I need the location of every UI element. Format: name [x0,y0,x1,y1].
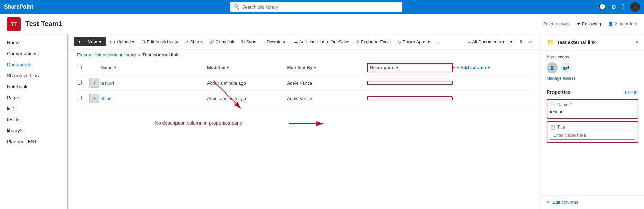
chevron-down-icon: ▾ [428,39,430,44]
table-row: 🔗 tttt.url About a minute ago Adele Vanc… [77,91,533,106]
name-field: 📄 Name * test.url [547,99,638,119]
sidebar-item-home[interactable]: Home [0,37,68,48]
title-field: 📋 Title [547,121,638,143]
private-group-label: Private group [543,21,570,26]
site-avatar: TT [7,17,21,31]
sidebar: Home Conversations Documents Shared with… [0,34,69,209]
breadcrumb-parent[interactable]: External link document library [77,52,136,57]
filter-icon: ▼ [509,39,513,44]
sidebar-item-pages[interactable]: Pages [0,92,68,103]
file-name-link[interactable]: tttt.url [100,96,112,101]
modified-cell: About a minute ago [207,80,287,86]
members-info: 👤 2 members [608,21,637,26]
new-button[interactable]: + + New ▾ [74,37,106,46]
upload-icon: ↑ [110,39,112,44]
modified-cell: About a minute ago [207,96,287,101]
sort-icon: ▾ [314,65,316,70]
file-type-icon: 🔗 [89,94,100,103]
chevron-down-icon: ▾ [99,39,101,44]
edit-all-button[interactable]: Edit all [625,90,638,95]
col-modby-header[interactable]: Modified By ▾ [287,65,367,70]
chevron-down-icon: ▾ [132,39,135,44]
sync-button[interactable]: ↻ Sync [238,37,259,46]
name-field-header: 📄 Name * [550,102,635,107]
settings-icon[interactable]: ⚙ [611,4,616,10]
star-icon: ★ [577,21,581,26]
excel-icon: X [356,39,359,44]
sidebar-item-testlist[interactable]: test list [0,114,68,125]
sidebar-item-shared[interactable]: Shared with us [0,70,68,81]
title-icon: 📋 [550,125,555,130]
edit-columns-button[interactable]: ✏ Edit columns [547,200,578,205]
sidebar-item-notebook[interactable]: Notebook [0,81,68,92]
search-input[interactable] [242,4,399,10]
info-button[interactable]: ℹ [517,37,525,46]
nav-left: SharePoint [4,4,33,10]
manage-access-link[interactable]: Manage access [547,76,576,81]
share-button[interactable]: ↗ Share [182,37,205,46]
upload-button[interactable]: ↑ ↑ Upload ▾ [107,37,138,46]
list-icon: ≡ [468,39,471,44]
col-modified-header[interactable]: Modified ▾ [207,65,287,70]
row-checkbox [77,96,89,101]
sidebar-item-documents[interactable]: Documents [0,59,68,70]
col-addcol-header[interactable]: + + Add column ▾ [453,65,533,70]
site-header: TT Test Team1 Private group ★ Following … [0,14,644,34]
breadcrumb: External link document library > Test ex… [69,50,541,60]
title-field-input[interactable] [550,131,635,140]
help-icon[interactable]: ? [622,4,625,10]
access-count-icon: 👥 [563,66,567,70]
modby-cell: Adele Vance [287,80,367,86]
download-button[interactable]: ↓ Download [260,37,289,46]
select-all-checkbox[interactable] [77,65,82,69]
chat-icon[interactable]: 💬 [599,4,606,10]
sidebar-item-planner[interactable]: Planner TEST [0,136,68,147]
powerapps-icon: ◇ [398,39,401,44]
sidebar-scrollbar[interactable] [67,34,68,209]
title-field-header: 📋 Title [550,125,635,130]
panel-title-row: 📁 Test external link [547,38,596,46]
expand-icon: ⤢ [529,39,533,44]
site-header-right: Private group ★ Following 👤 2 members [543,21,637,26]
following-button[interactable]: ★ Following [577,21,601,26]
panel-title: Test external link [557,40,596,45]
panel-footer: ✏ Edit columns [541,195,644,209]
row-select-checkbox[interactable] [77,96,82,100]
row-select-checkbox[interactable] [77,80,82,85]
search-icon: 🔍 [234,4,239,10]
toolbar: + + New ▾ ↑ ↑ Upload ▾ ⊞ Edit in grid vi… [69,34,541,50]
search-box[interactable]: 🔍 [230,2,402,12]
person-icon: 👤 [550,66,555,70]
info-icon: ℹ [520,39,522,44]
user-icon[interactable]: U [630,2,640,12]
sidebar-item-conversations[interactable]: Conversations [0,48,68,59]
all-docs-button[interactable]: ≡ All Documents ▾ [468,39,505,44]
edit-grid-button[interactable]: ⊞ Edit in grid view [139,37,181,46]
copy-link-button[interactable]: 🔗 Copy link [206,37,237,46]
modby-cell: Adele Vance [287,96,367,101]
site-title: Test Team1 [25,20,62,28]
filter-button[interactable]: ▼ [506,37,516,46]
add-shortcut-button[interactable]: ☁ Add shortcut to OneDrive [291,37,352,46]
plus-icon: + [453,65,455,70]
sidebar-item-list1[interactable]: list1 [0,103,68,114]
export-excel-button[interactable]: X Export to Excel [354,37,394,46]
desc-cell [367,96,453,100]
col-name-header[interactable]: Name ▾ [100,65,207,70]
url-file-icon: 🔗 [89,94,99,103]
panel-close-button[interactable]: × [635,39,638,45]
breadcrumb-current: Test external link [142,52,179,57]
file-name-cell: tttt.url [100,96,207,101]
file-name-link[interactable]: test.url [100,80,114,86]
more-button[interactable]: ... [434,37,443,46]
panel-access-section: Has access 👤 👥 4 Manage access [541,51,644,85]
power-apps-button[interactable]: ◇ Power Apps ▾ [395,37,433,46]
expand-button[interactable]: ⤢ [526,37,535,46]
link-icon: 🔗 [209,39,214,44]
sidebar-item-library2[interactable]: library2 [0,125,68,136]
folder-icon: 📁 [547,38,554,46]
row-checkbox [77,80,89,86]
panel-header: 📁 Test external link × [541,34,644,51]
file-name-cell: test.url [100,80,207,86]
col-desc-header[interactable]: Description ▾ [367,63,453,72]
